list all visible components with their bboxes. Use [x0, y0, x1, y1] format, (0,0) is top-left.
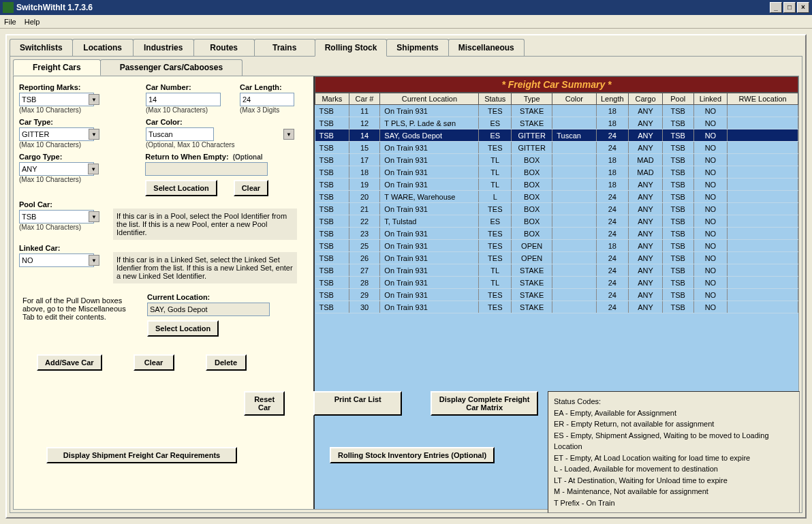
menubar: File Help: [0, 15, 812, 29]
car-type-label: Car Type:: [19, 118, 101, 126]
col-header[interactable]: Current Location: [380, 93, 479, 105]
tab-miscellaneous[interactable]: Miscellaneous: [448, 39, 525, 57]
tab-locations[interactable]: Locations: [72, 39, 134, 57]
app-icon: [3, 2, 14, 13]
status-code-line: M - Maintenance, Not available for assig…: [554, 486, 794, 497]
main-tabs: SwitchlistsLocationsIndustriesRoutesTrai…: [7, 35, 805, 56]
menu-file[interactable]: File: [4, 18, 16, 26]
linked-car-help: If this car is in a Linked Set, select t…: [113, 252, 297, 283]
display-requirements-button[interactable]: Display Shipment Freight Car Requirement…: [46, 447, 237, 463]
table-row[interactable]: TSB21On Train 931TESBOX24ANYTSBNO: [315, 203, 798, 215]
rolling-stock-inventory-button[interactable]: Rolling Stock Inventory Entries (Optiona…: [330, 447, 495, 463]
pool-car-select[interactable]: [19, 210, 94, 224]
car-color-select[interactable]: [146, 127, 214, 141]
status-code-line: LT - At Destination, Waiting for Unload …: [554, 475, 794, 487]
return-empty-label: Return to When Empty: (Optional: [145, 153, 308, 161]
cargo-type-select[interactable]: [19, 162, 94, 176]
reporting-marks-select[interactable]: [19, 93, 94, 106]
return-empty-input[interactable]: [145, 162, 268, 176]
car-length-label: Car Length:: [240, 83, 308, 91]
reporting-marks-hint: (Max 10 Characters): [19, 106, 101, 114]
car-type-hint: (Max 10 Characters): [19, 141, 101, 149]
col-header[interactable]: Length: [596, 93, 629, 105]
titlebar: SwitchWithIt 1.7.3.6 _ □ ×: [0, 0, 812, 15]
table-row[interactable]: TSB26On Train 931TESOPEN24ANYTSBNO: [315, 252, 798, 264]
col-header[interactable]: RWE Location: [728, 93, 798, 105]
table-row[interactable]: TSB22T, TulstadESBOX24ANYTSBNO: [315, 215, 798, 228]
pool-car-hint: (Max 10 Characters): [19, 224, 101, 231]
close-button[interactable]: ×: [797, 2, 809, 13]
car-color-hint: (Optional, Max 10 Characters: [146, 141, 296, 149]
table-row[interactable]: TSB17On Train 931TLBOX18MADTSBNO: [315, 154, 798, 166]
status-code-line: T Prefix - On Train: [554, 497, 794, 509]
tab-trains[interactable]: Trains: [254, 39, 315, 57]
linked-car-select[interactable]: [19, 253, 94, 267]
freight-car-table[interactable]: MarksCar #Current LocationStatusTypeColo…: [315, 93, 798, 313]
current-location-label: Current Location:: [147, 293, 283, 301]
pulldown-help: For all of the Pull Down boxes above, go…: [19, 293, 135, 337]
status-codes-box: Status Codes: EA - Empty, Available for …: [548, 391, 800, 513]
car-color-label: Car Color:: [146, 118, 296, 126]
car-length-input[interactable]: [240, 93, 294, 106]
clear-form-button[interactable]: Clear: [134, 354, 174, 371]
table-row[interactable]: TSB12T PLS, P. Lade & sønESSTAKE18ANYTSB…: [315, 117, 798, 129]
table-row[interactable]: TSB23On Train 931TESBOX24ANYTSBNO: [315, 228, 798, 240]
pool-car-help: If this car is in a Pool, select the Poo…: [113, 209, 297, 240]
tab-rolling-stock[interactable]: Rolling Stock: [315, 39, 388, 57]
table-row[interactable]: TSB27On Train 931TLSTAKE24ANYTSBNO: [315, 264, 798, 277]
col-header[interactable]: Marks: [315, 93, 349, 105]
sub-tabs: Freight CarsPassenger Cars/Cabooses: [10, 57, 802, 76]
cargo-type-hint: (Max 10 Characters): [19, 176, 100, 183]
current-location-input[interactable]: [147, 303, 270, 316]
table-row[interactable]: TSB20T WARE, WarehouseLBOX24ANYTSBNO: [315, 191, 798, 203]
car-number-input[interactable]: [146, 93, 221, 106]
linked-car-label: Linked Car:: [19, 244, 101, 252]
table-row[interactable]: TSB14SAY, Gods DepotESGITTERTuscan24ANYT…: [315, 129, 798, 142]
subtab-passenger-cars-cabooses[interactable]: Passenger Cars/Cabooses: [100, 59, 243, 76]
add-save-car-button[interactable]: Add/Save Car: [37, 354, 102, 371]
clear-button[interactable]: Clear: [234, 180, 269, 196]
car-number-hint: (Max 10 Characters): [146, 106, 228, 114]
car-length-hint: (Max 3 Digits: [240, 106, 308, 114]
reset-car-button[interactable]: Reset Car: [244, 391, 285, 416]
table-row[interactable]: TSB29On Train 931TESSTAKE24ANYTSBNO: [315, 289, 798, 301]
col-header[interactable]: Color: [552, 93, 596, 105]
status-code-line: EA - Empty, Available for Assignment: [554, 407, 794, 419]
status-code-line: L - Loaded, Available for movement to de…: [554, 463, 794, 475]
window-title: SwitchWithIt 1.7.3.6: [16, 3, 93, 12]
table-row[interactable]: TSB30On Train 931TESSTAKE24ANYTSBNO: [315, 301, 798, 313]
table-row[interactable]: TSB11On Train 931TESSTAKE18ANYTSBNO: [315, 105, 798, 117]
status-code-line: ER - Empty Return, not available for ass…: [554, 418, 794, 430]
subtab-freight-cars[interactable]: Freight Cars: [13, 59, 101, 76]
select-location-button-2[interactable]: Select Location: [147, 320, 219, 337]
tab-switchlists[interactable]: Switchlists: [10, 39, 73, 57]
status-code-line: ES - Empty, Shipment Assigned, Waiting t…: [554, 430, 794, 452]
summary-title: * Freight Car Summary *: [315, 76, 798, 93]
menu-help[interactable]: Help: [25, 18, 40, 26]
table-row[interactable]: TSB25On Train 931TESOPEN18ANYTSBNO: [315, 240, 798, 252]
status-code-line: ET - Empty, At Load Location waiting for…: [554, 452, 794, 464]
car-number-label: Car Number:: [146, 83, 228, 91]
print-car-list-button[interactable]: Print Car List: [313, 391, 402, 416]
table-row[interactable]: TSB18On Train 931TLBOX18MADTSBNO: [315, 166, 798, 179]
pool-car-label: Pool Car:: [19, 200, 101, 209]
col-header[interactable]: Status: [479, 93, 512, 105]
col-header[interactable]: Linked: [693, 93, 728, 105]
maximize-button[interactable]: □: [783, 2, 796, 13]
tab-shipments[interactable]: Shipments: [386, 39, 448, 57]
col-header[interactable]: Cargo: [629, 93, 663, 105]
table-row[interactable]: TSB15On Train 931TESGITTER24ANYTSBNO: [315, 142, 798, 154]
table-row[interactable]: TSB28On Train 931TLSTAKE24ANYTSBNO: [315, 277, 798, 289]
cargo-type-label: Cargo Type:: [19, 153, 100, 161]
table-row[interactable]: TSB19On Train 931TLBOX18ANYTSBNO: [315, 179, 798, 191]
display-matrix-button[interactable]: Display Complete Freight Car Matrix: [431, 391, 538, 416]
select-location-button[interactable]: Select Location: [145, 180, 217, 196]
car-type-select[interactable]: [19, 127, 94, 141]
col-header[interactable]: Type: [512, 93, 552, 105]
delete-button[interactable]: Delete: [206, 354, 247, 371]
minimize-button[interactable]: _: [770, 2, 782, 13]
tab-routes[interactable]: Routes: [193, 39, 255, 57]
col-header[interactable]: Pool: [662, 93, 693, 105]
tab-industries[interactable]: Industries: [133, 39, 194, 57]
col-header[interactable]: Car #: [349, 93, 380, 105]
